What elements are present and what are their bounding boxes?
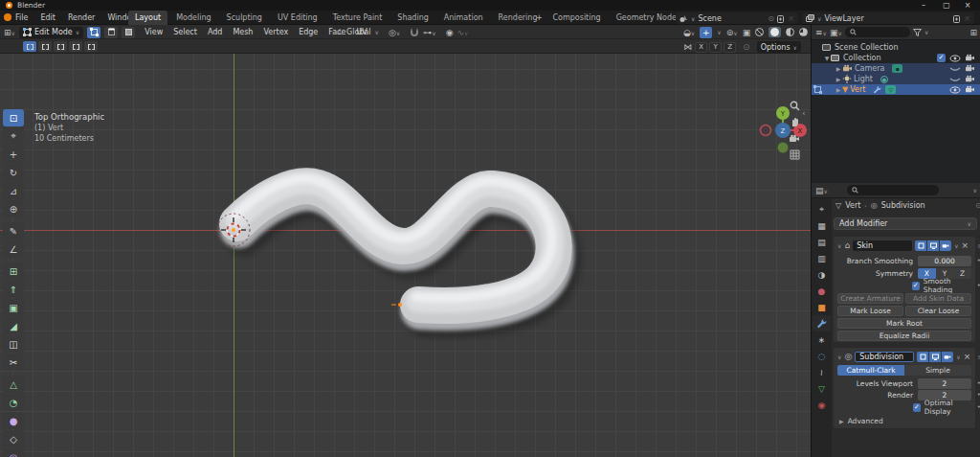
toggle-xray-icon[interactable]: ▣ — [743, 28, 751, 37]
vp-menu-vertex[interactable]: Vertex — [263, 28, 288, 36]
view-layer-selector[interactable]: ∨ ViewLayer × — [802, 12, 974, 24]
select-mode-vertex-button[interactable] — [87, 27, 100, 38]
workspace-tab-animation[interactable]: Animation — [437, 11, 490, 25]
new-scene-icon[interactable] — [777, 14, 785, 23]
add-skin-data-button[interactable]: Add Skin Data — [905, 293, 971, 304]
editor-type-icon[interactable]: ⊞∨ — [4, 28, 15, 37]
workspace-tab-sculpting[interactable]: Sculpting — [220, 11, 269, 25]
snap-base-icon[interactable]: ⊙ — [743, 42, 750, 52]
shading-wireframe-icon[interactable] — [755, 28, 764, 36]
tool-inset-faces[interactable]: ▣ — [3, 299, 24, 316]
outliner-row-vert[interactable]: ▶ ▼ Vert ▽ — [812, 84, 980, 95]
tool-knife[interactable]: ✂ — [3, 354, 24, 371]
toggle-perspective-grid-icon[interactable] — [787, 148, 802, 162]
workspace-tab-texture-paint[interactable]: Texture Paint — [326, 11, 390, 25]
select-option-extend[interactable] — [38, 41, 52, 52]
mesh-data-icon[interactable]: ▽ — [885, 85, 896, 94]
mesh-end-vertex[interactable] — [398, 303, 402, 307]
eye-open-icon[interactable] — [949, 55, 961, 62]
zoom-icon[interactable] — [787, 99, 802, 113]
viewport-canvas[interactable]: Top Orthographic (1) Vert 10 Centimeters… — [0, 54, 811, 457]
scene-selector[interactable]: ∨ Scene ⊙ × — [676, 12, 798, 24]
expand-icon[interactable]: ▶ — [835, 76, 842, 82]
blender-menu-icon[interactable] — [4, 13, 11, 21]
menu-edit[interactable]: Edit — [40, 13, 56, 22]
create-armature-button[interactable]: Create Armature — [837, 293, 903, 304]
levels-viewport-field[interactable]: 2 — [918, 378, 971, 389]
tool-annotate[interactable]: ✎ — [3, 222, 24, 240]
select-option-set[interactable] — [23, 41, 36, 52]
expand-icon[interactable]: ∨ — [837, 242, 841, 249]
select-mode-face-button[interactable] — [122, 27, 135, 38]
minimize-button[interactable]: – — [913, 0, 934, 11]
vp-menu-view[interactable]: View — [145, 28, 163, 36]
outliner-display-mode-icon[interactable]: ≡∨ — [815, 28, 827, 37]
menu-file[interactable]: File — [15, 13, 28, 22]
select-mode-edge-button[interactable] — [104, 27, 118, 38]
show-overlays-icon[interactable]: ⊚∨ — [726, 28, 738, 37]
proportional-editing-icon[interactable]: ◉ — [446, 28, 454, 37]
eye-closed-icon[interactable] — [949, 65, 961, 73]
object-visibility-icon[interactable]: ◒∨ — [683, 28, 695, 37]
delete-modifier-icon[interactable]: × — [962, 240, 969, 250]
tool-rotate[interactable]: ↻ — [3, 164, 24, 181]
pivot-point-icon[interactable]: ◎∨ — [389, 28, 400, 37]
collection-checkbox[interactable]: ✓ — [937, 54, 946, 62]
equalize-radii-button[interactable]: Equalize Radii — [837, 331, 971, 341]
pin-icon[interactable]: ⊙ — [975, 201, 980, 210]
snap-magnet-icon[interactable] — [410, 28, 419, 37]
light-data-icon[interactable]: ● — [880, 76, 888, 83]
subdivision-realtime-toggle[interactable] — [929, 352, 941, 362]
tool-move[interactable]: + — [3, 146, 24, 163]
outliner-row-scene-collection[interactable]: Scene Collection — [812, 42, 980, 53]
sidebar-toggle-arrow[interactable]: ‹ — [802, 108, 806, 118]
tool-loop-cut[interactable]: ◫ — [3, 335, 24, 353]
subdivision-name-field[interactable]: Subdivision — [855, 352, 914, 362]
shading-material-icon[interactable] — [786, 28, 794, 36]
tool-select-box[interactable]: ⊡ — [3, 109, 24, 126]
properties-options-icon[interactable]: ∨ — [973, 187, 977, 194]
tool-add-cube[interactable]: ⊞ — [3, 263, 24, 280]
shading-solid-active[interactable] — [768, 27, 781, 37]
render-camera-icon[interactable] — [965, 85, 975, 94]
eye-closed-icon[interactable] — [949, 76, 961, 83]
optimal-display-checkbox[interactable]: ✓ — [913, 403, 921, 412]
outliner-row-light[interactable]: ▶ Light ● — [812, 74, 980, 84]
mark-root-button[interactable]: Mark Root — [837, 318, 971, 329]
mode-dropdown[interactable]: Edit Mode ∨ — [19, 27, 83, 38]
filter-funnel-icon[interactable] — [913, 29, 922, 36]
tool-scale[interactable]: ⊿ — [3, 182, 24, 199]
expand-icon[interactable]: ▼ — [823, 55, 831, 61]
tool-spin[interactable]: ◔ — [3, 394, 24, 411]
vp-menu-add[interactable]: Add — [208, 28, 223, 36]
workspace-tab-shading[interactable]: Shading — [390, 11, 435, 25]
properties-tab-tool[interactable]: ⌖ — [813, 201, 831, 217]
mark-loose-button[interactable]: Mark Loose — [837, 306, 903, 316]
tool-transform[interactable]: ⊕ — [3, 200, 24, 217]
simple-button[interactable]: Simple — [904, 365, 971, 376]
vp-menu-select[interactable]: Select — [173, 28, 197, 36]
properties-tab-physics[interactable]: ◌ — [813, 348, 831, 364]
expand-icon[interactable]: ▶ — [835, 86, 842, 93]
mirror-axis-x-button[interactable]: X — [695, 42, 707, 53]
mirror-axis-y-button[interactable]: Y — [709, 42, 722, 53]
branch-smoothing-field[interactable]: 0.000 — [918, 256, 971, 266]
mirror-axis-z-button[interactable]: Z — [724, 42, 736, 53]
expand-icon[interactable]: ▶ — [835, 65, 842, 72]
render-camera-icon[interactable] — [965, 54, 975, 62]
tool-extrude-region[interactable]: ⇑ — [3, 281, 24, 298]
camera-view-icon[interactable] — [787, 131, 802, 146]
extras-chevron-icon[interactable]: ∨ — [954, 242, 958, 249]
breadcrumb-modifier[interactable]: Subdivision — [881, 201, 925, 210]
workspace-tab-layout[interactable]: Layout — [128, 11, 167, 25]
tool-shrink-fatten[interactable]: ◎ — [3, 448, 24, 457]
skin-name-field[interactable]: Skin — [853, 240, 912, 251]
add-modifier-dropdown[interactable]: Add Modifier ∨ — [834, 217, 977, 230]
workspace-tab-modeling[interactable]: Modeling — [169, 11, 217, 25]
select-option-invert[interactable] — [69, 41, 82, 52]
delete-modifier-icon[interactable]: × — [964, 352, 971, 361]
pin-icon[interactable]: ⊙ — [768, 14, 775, 23]
expand-icon[interactable]: ∨ — [837, 354, 841, 360]
skin-realtime-toggle[interactable] — [927, 240, 939, 251]
snap-with-icon[interactable]: ⊶∨ — [423, 28, 435, 37]
